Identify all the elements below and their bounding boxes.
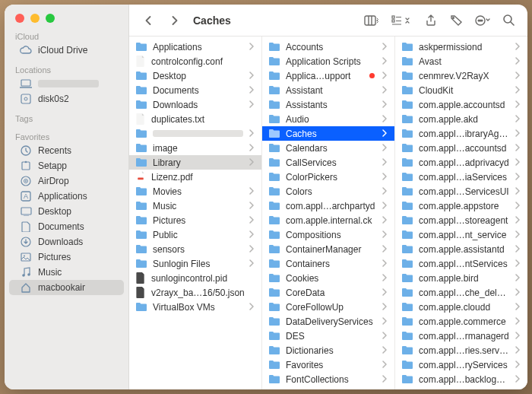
file-row[interactable]: Music [129,199,261,213]
sidebar-item-macbookair[interactable]: macbookair [9,280,124,295]
folder-icon [268,114,280,124]
folder-icon [401,71,413,81]
file-row[interactable]: Assistants [262,97,394,112]
file-row[interactable]: Favorites [262,357,394,372]
nav-forward-button[interactable] [164,11,184,30]
file-row[interactable]: Cookies [262,271,394,285]
file-row[interactable]: CoreFollowUp [262,300,394,314]
app-icon: A [20,191,32,202]
file-row[interactable]: FontCollections [262,372,394,386]
sidebar-item-redacted[interactable] [9,76,124,91]
file-row[interactable]: cenmrev.V2RayX [395,68,527,83]
file-row[interactable]: CloudKit [395,83,527,97]
file-row[interactable]: Dictionaries [262,343,394,357]
more-actions-button[interactable] [473,11,492,30]
file-row[interactable]: Pictures [129,213,261,227]
file-row[interactable]: VirtualBox VMs [129,300,261,314]
file-row[interactable]: image [129,141,261,155]
file-row[interactable]: Documents [129,83,261,97]
file-row[interactable]: Library [129,155,261,170]
file-row[interactable]: com.appl…ryServices [395,357,527,372]
file-row[interactable]: Colors [262,184,394,199]
group-by-button[interactable] [388,11,415,30]
sidebar-item-airdrop[interactable]: AirDrop [9,173,124,189]
chevron-right-icon [515,157,520,168]
sidebar-item-documents[interactable]: Documents [9,219,124,234]
file-row[interactable]: CallServices [262,155,394,170]
file-row[interactable]: com.apple.commerce [395,314,527,329]
file-row[interactable]: com.apple.gamed [395,386,527,389]
file-row[interactable]: Caches [262,126,394,141]
file-row[interactable]: com.appl…archpartyd [262,199,394,213]
file-row[interactable]: com.apple.akd [395,112,527,126]
file-row[interactable]: Calendars [262,141,394,155]
file-row[interactable]: com.appl…che_delete [395,285,527,300]
view-mode-button[interactable] [362,11,382,30]
file-row[interactable]: Accounts [262,40,394,54]
file-row[interactable]: com.appl…ibraryAgent [395,126,527,141]
file-row[interactable]: Assistant [262,83,394,97]
sidebar-item-desktop[interactable]: Desktop [9,204,124,219]
file-row[interactable]: Lizenz.pdf [129,170,261,184]
file-row[interactable]: com.apple.appstore [395,199,527,213]
file-row[interactable]: Movies [129,184,261,199]
file-row[interactable]: Audio [262,112,394,126]
file-row[interactable] [129,126,261,141]
share-button[interactable] [421,11,441,30]
chevron-right-icon [249,230,254,240]
file-row[interactable]: com.appl…ries.service [395,343,527,357]
file-row[interactable]: Application Scripts [262,54,394,68]
file-row[interactable]: Fonts [262,386,394,389]
sidebar-item-pictures[interactable]: Pictures [9,249,124,265]
minimize-window-button[interactable] [30,14,40,23]
file-row[interactable]: com.apple.bird [395,271,527,285]
file-row[interactable]: com.apple.internal.ck [262,213,394,227]
sidebar-item-music[interactable]: Music [9,265,124,280]
file-row[interactable]: Sunlogin Files [129,256,261,271]
file-row[interactable]: com.apple.cloudd [395,300,527,314]
file-row[interactable]: Avast [395,54,527,68]
file-row[interactable]: com.appl…iaServices [395,170,527,184]
file-row[interactable]: v2rayx_ba…16/50.json [129,285,261,300]
close-window-button[interactable] [15,14,24,23]
file-row[interactable]: com.appl…accountsd [395,141,527,155]
search-button[interactable] [499,11,518,30]
file-row[interactable]: com.apple.assistantd [395,242,527,256]
file-row[interactable]: com.appl…ntServices [395,256,527,271]
tags-button[interactable] [447,11,467,30]
maximize-window-button[interactable] [46,14,55,23]
file-row[interactable]: askpermissiond [395,40,527,54]
file-row[interactable]: Public [129,227,261,242]
sidebar-item-recents[interactable]: Recents [9,143,124,158]
file-row[interactable]: Compositions [262,227,394,242]
file-row[interactable]: ContainerManager [262,242,394,256]
sidebar-item-disk0s2[interactable]: disk0s2 [9,91,124,106]
file-row[interactable]: duplicates.txt [129,112,261,126]
file-row[interactable]: com.apple.accountsd [395,97,527,112]
file-row[interactable]: controlconfig.conf [129,54,261,68]
file-row[interactable]: com.appl…rmanagerd [395,329,527,343]
file-row[interactable]: Applica…upport [262,68,394,83]
file-row[interactable]: ColorPickers [262,170,394,184]
file-row[interactable]: com.appl…storeagent [395,213,527,227]
sidebar-item-applications[interactable]: AApplications [9,189,124,204]
file-row[interactable]: sunlogincontrol.pid [129,271,261,285]
chevron-right-icon [515,273,520,284]
file-row[interactable]: Desktop [129,68,261,83]
file-row[interactable]: com.appl…adprivacyd [395,155,527,170]
chevron-right-icon [249,71,254,81]
file-row[interactable]: Applications [129,40,261,54]
file-row[interactable]: com.appl…ServicesUI [395,184,527,199]
file-row[interactable]: Containers [262,256,394,271]
file-row[interactable]: Downloads [129,97,261,112]
sidebar-item-icloud-drive[interactable]: iCloud Drive [9,43,124,58]
file-row[interactable]: CoreData [262,285,394,300]
sidebar-item-downloads[interactable]: Downloads [9,234,124,249]
file-row[interactable]: com.appl…backlogger [395,372,527,386]
file-row[interactable]: DES [262,329,394,343]
file-row[interactable]: sensors [129,242,261,256]
nav-back-button[interactable] [138,11,158,30]
file-row[interactable]: DataDeliveryServices [262,314,394,329]
file-row[interactable]: com.appl…nt_service [395,227,527,242]
sidebar-item-setapp[interactable]: Setapp [9,158,124,173]
